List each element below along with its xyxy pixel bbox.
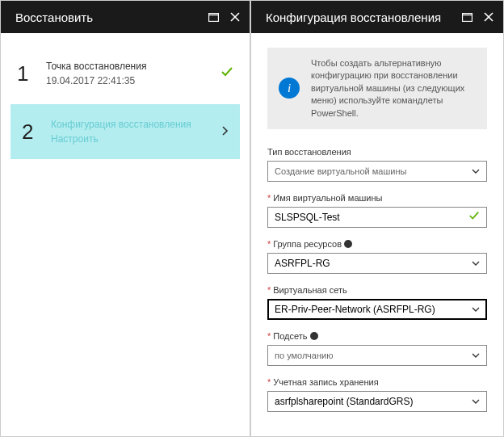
chevron-down-icon	[472, 397, 480, 405]
select-vnet[interactable]: ER-Priv-Peer-Network (ASRFPL-RG)	[267, 299, 487, 320]
chevron-down-icon	[472, 258, 480, 267]
select-resource-group[interactable]: ASRFPL-RG	[267, 253, 487, 274]
select-value: ASRFPL-RG	[275, 258, 330, 269]
label-restore-type: Тип восстановления	[267, 147, 487, 157]
select-subnet[interactable]: по умолчанию	[267, 345, 487, 366]
info-dot-icon[interactable]	[310, 332, 318, 340]
step-text: Конфигурация восстановления Настроить	[51, 119, 221, 145]
label-subnet: * Подсеть	[267, 331, 487, 341]
config-panel: Конфигурация восстановления i Чтобы созд…	[250, 0, 504, 437]
step-title: Точка восстановления	[46, 61, 220, 72]
step-subtitle: Настроить	[51, 133, 221, 145]
step-text: Точка восстановления 19.04.2017 22:41:35	[46, 61, 220, 86]
maximize-icon[interactable]	[208, 13, 219, 22]
field-restore-type: Тип восстановления Создание виртуальной …	[267, 147, 487, 182]
input-vm-name[interactable]: SLSPSQL-Test	[267, 207, 487, 228]
chevron-down-icon	[472, 166, 480, 175]
wizard-steps: 1 Точка восстановления 19.04.2017 22:41:…	[1, 33, 250, 182]
select-value: asrfplsharepoint (StandardGRS)	[275, 396, 413, 407]
required-star: *	[267, 285, 271, 295]
info-banner: i Чтобы создать альтернативную конфигура…	[267, 48, 487, 129]
step-number: 2	[22, 120, 51, 145]
info-dot-icon[interactable]	[344, 240, 352, 248]
close-icon[interactable]	[484, 12, 494, 22]
restore-header: Восстановить	[1, 1, 250, 33]
field-vm-name: * Имя виртуальной машины SLSPSQL-Test	[267, 193, 487, 228]
required-star: *	[267, 239, 271, 249]
label-resource-group: * Группа ресурсов	[267, 239, 487, 249]
required-star: *	[267, 377, 271, 387]
required-star: *	[267, 331, 271, 341]
field-vnet: * Виртуальная сеть ER-Priv-Peer-Network …	[267, 285, 487, 320]
select-restore-type[interactable]: Создание виртуальной машины	[267, 161, 487, 182]
step-subtitle: 19.04.2017 22:41:35	[46, 75, 220, 86]
config-body: i Чтобы создать альтернативную конфигура…	[251, 33, 503, 431]
step-recovery-point[interactable]: 1 Точка восстановления 19.04.2017 22:41:…	[1, 49, 250, 98]
step-number: 1	[17, 61, 46, 86]
config-header-actions	[462, 12, 494, 22]
field-storage: * Учетная запись хранения asrfplsharepoi…	[267, 377, 487, 412]
check-icon	[220, 65, 233, 82]
check-icon	[468, 210, 480, 224]
label-vm-name: * Имя виртуальной машины	[267, 193, 487, 203]
restore-title: Восстановить	[15, 11, 208, 24]
chevron-down-icon	[472, 351, 480, 359]
required-star: *	[267, 193, 271, 203]
config-header: Конфигурация восстановления	[251, 1, 503, 33]
step-title: Конфигурация восстановления	[51, 119, 221, 130]
info-icon: i	[267, 57, 311, 120]
select-storage[interactable]: asrfplsharepoint (StandardGRS)	[267, 391, 487, 412]
select-value: Создание виртуальной машины	[275, 166, 406, 176]
restore-header-actions	[208, 12, 240, 22]
field-resource-group: * Группа ресурсов ASRFPL-RG	[267, 239, 487, 274]
label-vnet: * Виртуальная сеть	[267, 285, 487, 295]
maximize-icon[interactable]	[462, 13, 472, 22]
close-icon[interactable]	[230, 12, 240, 22]
info-text: Чтобы создать альтернативную конфигураци…	[311, 57, 476, 120]
select-value: ER-Priv-Peer-Network (ASRFPL-RG)	[275, 304, 435, 315]
chevron-down-icon	[472, 305, 480, 313]
restore-panel: Восстановить 1 Точка восстановления 19.0…	[0, 0, 250, 437]
step-restore-config[interactable]: 2 Конфигурация восстановления Настроить	[10, 104, 240, 159]
field-subnet: * Подсеть по умолчанию	[267, 331, 487, 366]
chevron-right-icon	[221, 125, 229, 139]
config-title: Конфигурация восстановления	[266, 11, 462, 24]
input-value: SLSPSQL-Test	[275, 212, 340, 223]
label-storage: * Учетная запись хранения	[267, 377, 487, 387]
select-value: по умолчанию	[275, 351, 333, 360]
